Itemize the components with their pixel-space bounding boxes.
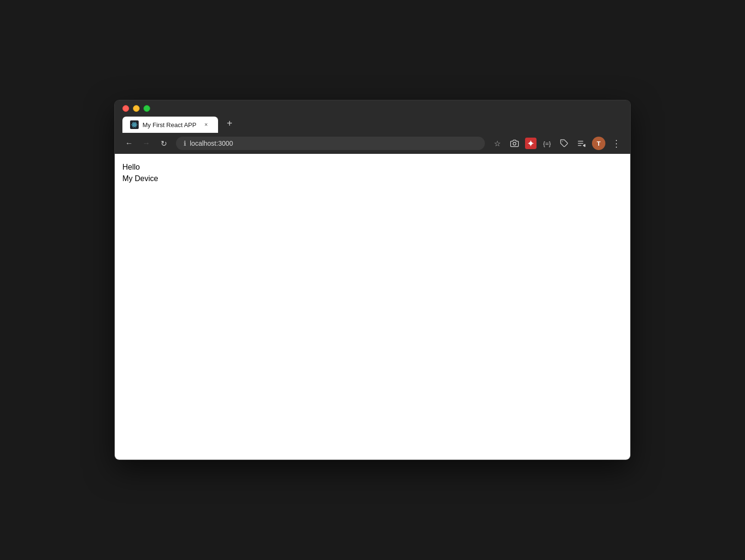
browser-tab[interactable]: My First React APP × — [122, 117, 218, 133]
url-bar[interactable]: ℹ localhost:3000 — [176, 137, 485, 150]
info-icon: ℹ — [184, 140, 186, 147]
toolbar-icons: ☆ {=} — [491, 137, 623, 150]
title-bar: My First React APP × + — [115, 100, 630, 133]
react-icon — [130, 120, 139, 129]
hello-text: Hello — [122, 162, 623, 173]
playlist-icon — [577, 139, 586, 148]
device-text: My Device — [122, 173, 623, 184]
minimize-button[interactable] — [133, 105, 140, 112]
reload-button[interactable]: ↻ — [157, 137, 170, 150]
nav-buttons: ← → ↻ — [122, 137, 170, 150]
svg-point-6 — [529, 142, 533, 145]
bookmark-button[interactable]: ☆ — [491, 137, 504, 150]
title-bar-top — [122, 105, 623, 112]
close-button[interactable] — [122, 105, 129, 112]
menu-button[interactable]: ⋮ — [609, 137, 623, 150]
forward-button[interactable]: → — [140, 137, 153, 150]
svg-marker-11 — [583, 144, 585, 147]
back-button[interactable]: ← — [122, 137, 136, 150]
playlist-button[interactable] — [575, 137, 588, 150]
address-bar: ← → ↻ ℹ localhost:3000 ☆ — [115, 133, 630, 154]
url-text: localhost:3000 — [190, 140, 233, 147]
traffic-lights — [122, 105, 150, 112]
extensions-button[interactable] — [558, 137, 571, 150]
camera-icon — [510, 139, 519, 148]
devtools-button[interactable]: {=} — [540, 137, 554, 150]
tab-close-button[interactable]: × — [202, 120, 210, 129]
screenshot-button[interactable] — [508, 137, 521, 150]
tabs-row: My First React APP × + — [122, 116, 623, 133]
page-content: Hello My Device — [115, 154, 630, 460]
ext-icon-graphic — [527, 140, 535, 147]
svg-point-4 — [134, 124, 135, 125]
browser-window: My First React APP × + ← → ↻ ℹ localhost… — [114, 100, 631, 460]
devtools-icon: {=} — [543, 140, 551, 147]
maximize-button[interactable] — [143, 105, 150, 112]
new-tab-button[interactable]: + — [222, 116, 237, 131]
svg-point-5 — [513, 142, 516, 145]
puzzle-icon — [560, 139, 569, 148]
tab-title: My First React APP — [142, 121, 198, 129]
extension-icon[interactable] — [525, 138, 537, 149]
user-avatar[interactable]: T — [592, 137, 605, 150]
